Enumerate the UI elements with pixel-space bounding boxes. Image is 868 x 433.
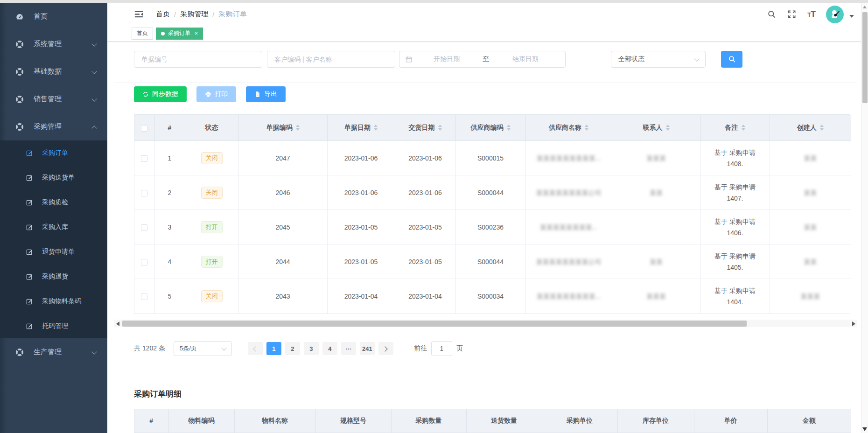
close-icon[interactable]: × [195, 31, 198, 36]
sidebar-item-pallet-management[interactable]: 托码管理 [0, 314, 107, 338]
fullscreen-icon[interactable] [787, 10, 796, 19]
page-button[interactable]: 1 [266, 342, 281, 355]
sidebar-item-basic-data[interactable]: 基础数据 [0, 58, 107, 85]
sidebar-item-home[interactable]: 首页 [0, 3, 107, 30]
row-checkbox[interactable] [141, 155, 147, 162]
sidebar-item-production-management[interactable]: 生产管理 [0, 338, 107, 366]
date-range-picker[interactable]: 开始日期 至 结束日期 [399, 51, 566, 68]
sync-data-button[interactable]: 同步数据 [134, 86, 187, 102]
goto-suffix: 页 [456, 344, 463, 353]
sort-caret-icon[interactable] [820, 125, 824, 131]
supplier-code-cell: S000044 [455, 244, 525, 279]
doc-no-cell: 2046 [238, 175, 327, 210]
page-button[interactable]: 2 [285, 342, 300, 355]
sort-caret-icon[interactable] [585, 125, 588, 131]
sidebar-item-system-management[interactable]: 系统管理 [0, 30, 107, 58]
page-button[interactable]: 3 [304, 342, 319, 355]
tab-首页[interactable]: 首页 [132, 28, 153, 40]
column-header[interactable]: 供应商名称 [525, 115, 612, 141]
scroll-up-icon[interactable] [863, 6, 867, 8]
supplier-code-cell: S000034 [455, 279, 525, 314]
customer-input[interactable] [267, 51, 395, 68]
page-size-select[interactable]: 5条/页 [174, 341, 232, 356]
sidebar-item-purchase-delivery[interactable]: 采购送货单 [0, 165, 107, 190]
page-button[interactable]: 4 [322, 342, 337, 355]
contact-cell [612, 210, 700, 244]
page-ellipsis[interactable]: ··· [341, 342, 356, 355]
sidebar-item-sales-management[interactable]: 销售管理 [0, 85, 107, 113]
breadcrumb-item[interactable]: 采购管理 [180, 10, 208, 19]
creator-cell: 某某 [770, 141, 851, 175]
detail-column-header: 采购数量 [391, 409, 466, 433]
export-button[interactable]: 导出 [246, 86, 286, 102]
sort-caret-icon[interactable] [438, 125, 442, 131]
column-header[interactable]: 单据编码 [238, 115, 327, 141]
next-page-button[interactable] [378, 342, 393, 355]
start-date-placeholder[interactable]: 开始日期 [413, 55, 481, 63]
row-checkbox[interactable] [141, 293, 147, 300]
column-header[interactable]: 供应商编码 [455, 115, 525, 141]
print-button[interactable]: 打印 [196, 86, 236, 102]
edit-icon [25, 173, 34, 182]
row-checkbox-cell [134, 141, 154, 175]
prev-page-button[interactable] [248, 342, 263, 355]
column-header[interactable]: 单据日期 [327, 115, 395, 141]
column-header[interactable]: 备注 [700, 115, 770, 141]
remark-cell: 基于 采购申请 1406. [700, 210, 770, 244]
sort-caret-icon[interactable] [742, 125, 745, 131]
sidebar-item-purchase-order[interactable]: 采购订单 [0, 140, 107, 165]
end-date-placeholder[interactable]: 结束日期 [491, 55, 560, 63]
vertical-scroll-thumb[interactable] [862, 12, 868, 103]
sort-caret-icon[interactable] [666, 125, 670, 131]
scroll-right-icon[interactable] [852, 321, 855, 326]
sidebar-item-purchase-qc[interactable]: 采购质检 [0, 190, 107, 215]
horizontal-scrollbar[interactable] [114, 320, 857, 328]
scroll-down-icon[interactable] [862, 427, 867, 431]
sort-caret-icon[interactable] [296, 125, 300, 131]
main-area: 首页/采购管理/采购订单 TT [107, 3, 868, 433]
detail-column-header: 单价 [694, 409, 767, 433]
sidebar-item-purchase-inbound[interactable]: 采购入库 [0, 215, 107, 239]
edit-icon [25, 198, 34, 207]
status-select[interactable]: 全部状态 [611, 51, 706, 68]
row-checkbox[interactable] [141, 224, 147, 231]
sort-caret-icon[interactable] [374, 125, 378, 131]
row-index: 3 [168, 223, 172, 231]
creator-cell: 某某 [770, 244, 851, 279]
page-button[interactable]: 241 [360, 342, 375, 355]
sort-caret-icon[interactable] [507, 125, 511, 131]
column-header[interactable]: 联系人 [612, 115, 700, 141]
doc-no-input[interactable] [134, 51, 262, 68]
navbar: 首页/采购管理/采购订单 TT [107, 3, 868, 26]
sidebar: 首页系统管理基础数据销售管理采购管理采购订单采购送货单采购质检采购入库退货申请单… [0, 3, 107, 433]
column-header[interactable]: 创建人 [770, 115, 851, 141]
select-all-checkbox[interactable] [141, 125, 147, 132]
column-header-label: 创建人 [797, 124, 817, 131]
horizontal-scroll-thumb[interactable] [122, 321, 747, 327]
hamburger-icon[interactable] [134, 9, 144, 19]
breadcrumb-item[interactable]: 首页 [156, 10, 170, 19]
row-checkbox[interactable] [141, 190, 147, 196]
detail-column-header: 采购单位 [542, 409, 617, 433]
scroll-left-icon[interactable] [116, 321, 119, 326]
sidebar-item-return-request[interactable]: 退货申请单 [0, 239, 107, 264]
row-checkbox[interactable] [141, 259, 147, 265]
font-size-icon[interactable]: TT [807, 10, 816, 19]
orders-table: #状态单据编码单据日期交货日期供应商编码供应商名称联系人备注创建人 1关闭204… [134, 114, 850, 314]
column-header[interactable]: 交货日期 [395, 115, 455, 141]
sidebar-item-purchase-material-barcode[interactable]: 采购物料条码 [0, 289, 107, 314]
sidebar-subitem-label: 采购入库 [42, 223, 68, 231]
tab-采购订单[interactable]: 采购订单× [156, 28, 203, 40]
goto-page-input[interactable] [431, 341, 452, 356]
creator-cell: 某某某 [770, 279, 851, 314]
search-button[interactable] [721, 51, 742, 68]
sidebar-item-purchase-management[interactable]: 采购管理 [0, 113, 107, 140]
remark: 基于 采购申请 1406. [714, 218, 756, 237]
search-icon[interactable] [767, 10, 776, 19]
vertical-scrollbar[interactable] [861, 3, 868, 433]
user-avatar[interactable] [826, 6, 844, 23]
sidebar-item-purchase-return[interactable]: 采购退货 [0, 264, 107, 289]
breadcrumb: 首页/采购管理/采购订单 [156, 10, 246, 19]
caret-down-icon[interactable] [849, 15, 854, 18]
detail-column-header: 库存单位 [617, 409, 694, 433]
